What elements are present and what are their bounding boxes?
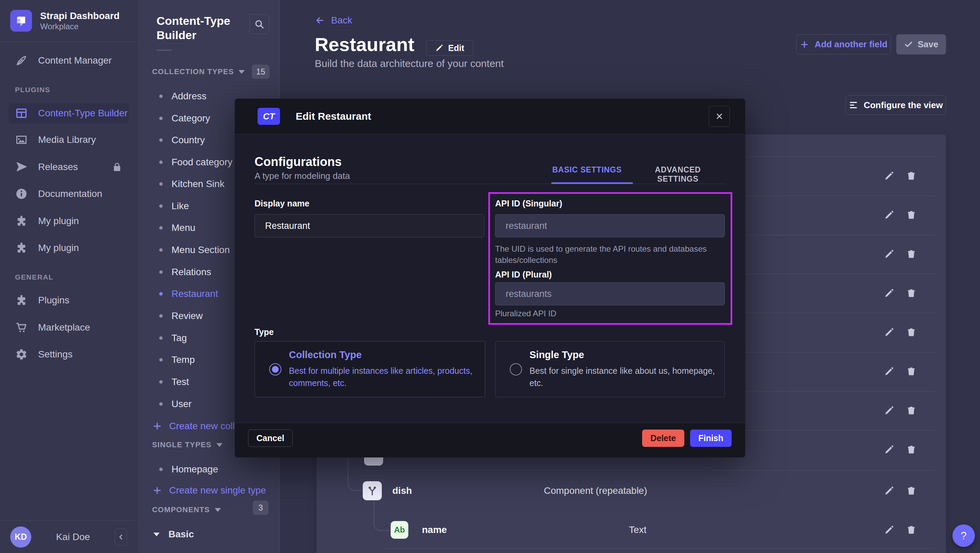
edit-field-icon[interactable] [884,288,894,298]
nav-marketplace[interactable]: Marketplace [0,317,137,338]
radio-unselected-icon[interactable] [510,363,522,375]
back-link[interactable]: Back [315,15,352,26]
add-another-field-button[interactable]: Add another field [796,34,891,54]
nav-my-plugin-1[interactable]: My plugin [0,211,137,231]
item-label: Like [172,201,189,211]
delete-field-icon[interactable] [906,366,916,377]
nav-label: My plugin [38,243,79,253]
nav-plugins[interactable]: Plugins [0,290,137,310]
edit-field-icon[interactable] [884,249,894,259]
save-button[interactable]: Save [896,34,946,54]
delete-field-icon[interactable] [906,288,916,298]
general-section-header: GENERAL [15,273,53,281]
api-id-singular-input[interactable] [495,214,725,237]
delete-field-icon[interactable] [906,486,916,496]
item-label: Test [172,377,189,388]
tab-advanced-settings[interactable]: ADVANCED SETTINGS [644,165,711,184]
strapi-app: Back Restaurant Edit Build the data arch… [0,0,980,553]
edit-field-icon[interactable] [884,445,894,455]
item-label: Kitchen Sink [172,178,224,189]
item-label: User [172,399,192,410]
edit-button[interactable]: Edit [426,40,473,56]
delete-field-icon[interactable] [906,210,916,220]
api-id-singular-help: The UID is used to generate the API rout… [495,243,713,265]
cancel-button[interactable]: Cancel [248,429,293,447]
components-header[interactable]: COMPONENTS [152,505,221,514]
delete-field-icon[interactable] [906,249,916,259]
chevron-down-icon [215,508,221,512]
bullet-icon [159,380,163,384]
field-name: name [422,524,447,536]
row-actions [884,405,928,416]
active-tab-indicator [551,182,633,184]
delete-field-icon[interactable] [906,405,916,416]
component-group-basic[interactable]: Basic [137,528,280,541]
collection-types-header[interactable]: COLLECTION TYPES [152,67,245,76]
paper-plane-icon [15,160,28,173]
main-navigation: Strapi Dashboard Workplace Content Manag… [0,0,137,553]
chevron-left-icon [117,533,125,541]
row-actions [884,171,928,181]
close-button[interactable] [709,106,730,127]
delete-field-icon[interactable] [906,171,916,181]
nav-content-manager[interactable]: Content Manager [0,50,137,71]
help-button[interactable]: ? [953,524,975,547]
bullet-icon [159,138,163,142]
delete-field-icon[interactable] [906,327,916,337]
configure-view-label: Configure the view [864,100,943,111]
sidebar-item-homepage[interactable]: Homepage [137,462,280,476]
search-button[interactable] [250,14,269,34]
delete-button[interactable]: Delete [642,429,684,447]
component-icon [363,481,382,500]
collection-type-option[interactable]: Collection Type Best for multiple instan… [255,341,485,397]
content-type-badge: CT [258,108,280,125]
display-name-label: Display name [255,199,309,208]
row-divider [385,548,935,548]
configure-view-button[interactable]: Configure the view [846,95,946,115]
sidebar-title: Content-Type Builder [156,14,252,42]
nav-settings[interactable]: Settings [0,344,137,365]
workspace-header[interactable]: Strapi Dashboard Workplace [0,0,137,42]
nav-label: Marketplace [38,322,90,333]
edit-field-icon[interactable] [884,366,894,377]
edit-field-icon[interactable] [884,486,894,496]
nav-my-plugin-2[interactable]: My plugin [0,238,137,258]
create-single-type-link[interactable]: Create new single type [152,484,266,497]
add-field-label: Add another field [815,39,888,50]
display-name-input[interactable] [255,214,484,237]
single-type-title: Single Type [530,349,720,361]
plus-icon [152,485,162,496]
row-actions [884,525,928,535]
nav-content-type-builder[interactable]: Content-Type Builder [8,103,129,124]
field-type: Component (repeatable) [544,485,647,496]
item-label: Homepage [172,464,218,475]
bullet-icon [159,402,163,406]
bullet-icon [159,270,163,274]
nav-documentation[interactable]: Documentation [0,184,137,204]
edit-field-icon[interactable] [884,327,894,337]
avatar[interactable]: KD [10,526,31,548]
nav-releases[interactable]: Releases [0,157,137,177]
edit-field-icon[interactable] [884,171,894,181]
collapse-sidebar-button[interactable] [115,529,127,545]
delete-field-icon[interactable] [906,445,916,455]
nav-media-library[interactable]: Media Library [0,130,137,150]
edit-field-icon[interactable] [884,210,894,220]
tab-basic-settings[interactable]: BASIC SETTINGS [552,165,622,175]
radio-selected-icon[interactable] [269,363,282,375]
bullet-icon [159,468,163,471]
api-id-plural-input[interactable] [495,282,725,305]
item-label: Country [172,135,205,146]
bullet-icon [159,248,163,252]
single-types-header[interactable]: SINGLE TYPES [152,440,223,449]
page-subtitle: Build the data architecture of your cont… [315,58,504,69]
row-actions [884,327,928,337]
nav-label: Media Library [38,134,96,145]
finish-button[interactable]: Finish [690,429,732,447]
row-actions [884,210,928,220]
edit-field-icon[interactable] [884,405,894,416]
chevron-down-icon [216,443,223,447]
edit-field-icon[interactable] [884,525,894,535]
delete-field-icon[interactable] [906,525,916,535]
single-type-option[interactable]: Single Type Best for single instance lik… [495,341,725,397]
